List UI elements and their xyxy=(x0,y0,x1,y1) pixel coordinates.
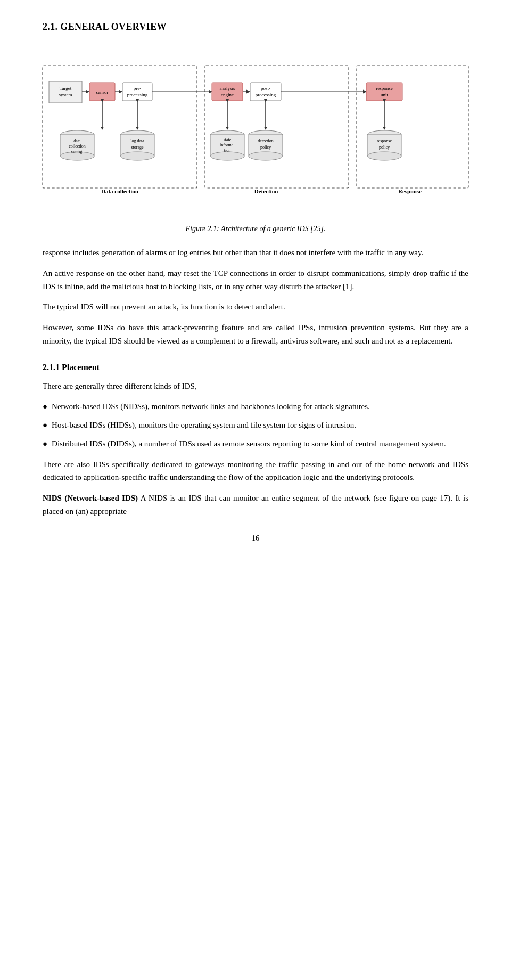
svg-text:Target: Target xyxy=(60,86,72,91)
paragraph-5: There are generally three different kind… xyxy=(43,380,468,393)
svg-text:state: state xyxy=(224,137,232,142)
svg-text:Data collection: Data collection xyxy=(101,188,138,194)
svg-text:tion: tion xyxy=(224,148,230,153)
svg-point-43 xyxy=(120,152,154,160)
list-item-2: ● Host-based IDSs (HIDSs), monitors the … xyxy=(43,419,468,432)
svg-text:sensor: sensor xyxy=(96,89,109,95)
bullet-marker-2: ● xyxy=(43,419,47,432)
paragraph-4: However, some IDSs do have this attack-p… xyxy=(43,321,468,348)
section-header: 2.1. GENERAL OVERVIEW xyxy=(43,21,468,36)
paragraph-3: The typical IDS will not prevent an atta… xyxy=(43,300,468,314)
svg-text:policy: policy xyxy=(379,145,390,150)
svg-point-59 xyxy=(367,152,401,160)
svg-text:log data: log data xyxy=(130,138,144,143)
svg-text:Detection: Detection xyxy=(254,188,278,194)
svg-text:detection: detection xyxy=(258,138,273,143)
svg-text:response: response xyxy=(377,138,392,143)
svg-text:config.: config. xyxy=(71,149,83,154)
paragraph-2: An active response on the other hand, ma… xyxy=(43,267,468,293)
paragraph-6: There are also IDSs specifically dedicat… xyxy=(43,458,468,485)
svg-text:unit: unit xyxy=(381,92,389,97)
page-number: 16 xyxy=(43,534,468,543)
ids-diagram: Target system sensor pre- processing ana… xyxy=(37,52,474,217)
list-item-text-2: Host-based IDSs (HIDSs), monitors the op… xyxy=(52,419,356,432)
svg-point-48 xyxy=(210,152,244,160)
svg-text:response: response xyxy=(376,86,393,91)
svg-text:collection: collection xyxy=(69,144,86,149)
svg-text:processing: processing xyxy=(256,92,276,97)
paragraph-7: NIDS (Network-based IDS) A NIDS is an ID… xyxy=(43,492,468,518)
svg-text:Response: Response xyxy=(398,188,422,194)
list-item-3: ● Distributed IDSs (DIDSs), a number of … xyxy=(43,437,468,451)
svg-text:informa-: informa- xyxy=(220,143,235,148)
subsection-header: 2.1.1 Placement xyxy=(43,363,468,372)
list-item-1: ● Network-based IDSs (NIDSs), monitors n… xyxy=(43,400,468,413)
svg-point-54 xyxy=(249,152,283,160)
svg-text:policy: policy xyxy=(260,145,271,150)
svg-text:post-: post- xyxy=(261,86,270,91)
list-item-text-1: Network-based IDSs (NIDSs), monitors net… xyxy=(52,400,370,413)
bullet-marker-3: ● xyxy=(43,437,47,451)
svg-text:storage: storage xyxy=(131,145,144,150)
svg-text:processing: processing xyxy=(127,92,148,97)
svg-text:data: data xyxy=(73,138,81,143)
svg-text:pre-: pre- xyxy=(134,86,142,91)
figure-caption: Figure 2.1: Architecture of a generic ID… xyxy=(186,225,326,233)
svg-text:engine: engine xyxy=(221,92,234,97)
nids-bold-label: NIDS (Network-based IDS) xyxy=(43,494,138,502)
bullet-list: ● Network-based IDSs (NIDSs), monitors n… xyxy=(43,400,468,450)
list-item-text-3: Distributed IDSs (DIDSs), a number of ID… xyxy=(52,437,446,451)
figure-container: Target system sensor pre- processing ana… xyxy=(43,52,468,233)
bullet-marker: ● xyxy=(43,400,47,413)
svg-text:system: system xyxy=(59,92,72,97)
paragraph-1: response includes generation of alarms o… xyxy=(43,246,468,259)
svg-text:analysis: analysis xyxy=(220,86,235,91)
